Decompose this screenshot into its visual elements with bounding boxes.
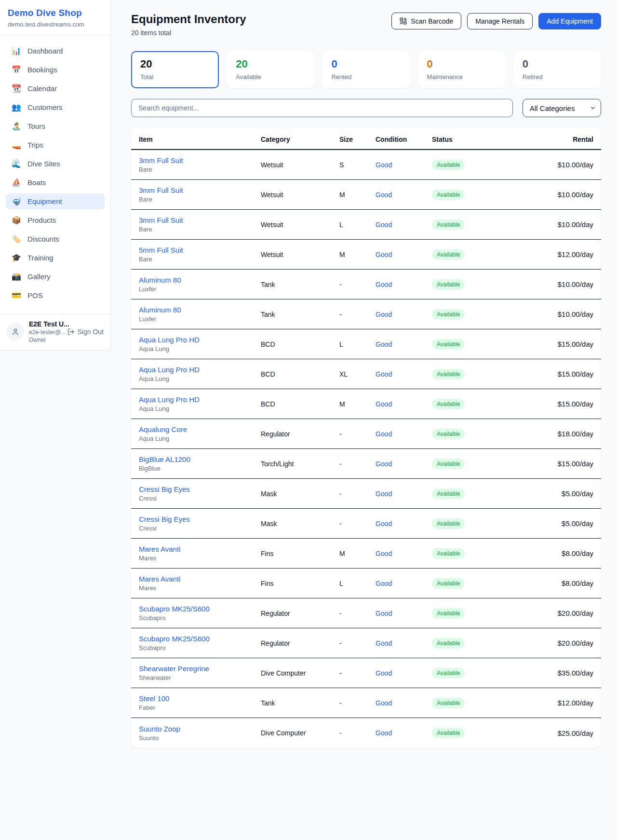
item-name-link[interactable]: Scubapro MK25/S600	[139, 605, 261, 613]
stat-card-maintenance[interactable]: 0Maintenance	[418, 51, 506, 88]
item-brand: Scubapro	[139, 644, 261, 651]
table-row: Aluminum 80LuxferTank-GoodAvailable$10.0…	[131, 270, 601, 299]
category-select[interactable]: All Categories	[523, 99, 601, 117]
item-size: M	[339, 400, 376, 408]
condition-link[interactable]: Good	[376, 639, 392, 647]
sidebar-item-dive-sites[interactable]: 🌊Dive Sites	[6, 156, 105, 172]
condition-link[interactable]: Good	[376, 400, 392, 408]
item-cell: Scubapro MK25/S600Scubapro	[139, 635, 261, 651]
sidebar-item-label: Equipment	[27, 197, 62, 205]
condition-link[interactable]: Good	[376, 490, 392, 498]
condition-link[interactable]: Good	[376, 340, 392, 348]
item-name-link[interactable]: Shearwater Peregrine	[139, 664, 261, 673]
item-name-link[interactable]: BigBlue AL1200	[139, 455, 261, 463]
item-name-link[interactable]: Aluminum 80	[139, 306, 261, 314]
item-name-link[interactable]: Mares Avanti	[139, 545, 261, 553]
status-cell: Available	[432, 219, 513, 230]
item-category: Mask	[261, 490, 339, 498]
condition-link[interactable]: Good	[376, 251, 392, 258]
item-name-link[interactable]: 3mm Full Suit	[139, 216, 261, 224]
rental-price: $12.00/day	[513, 699, 593, 707]
item-name-link[interactable]: 3mm Full Suit	[139, 156, 261, 164]
item-name-link[interactable]: Mares Avanti	[139, 575, 261, 583]
search-input[interactable]	[131, 99, 513, 117]
item-brand: Aqua Lung	[139, 405, 261, 412]
sidebar-item-dashboard[interactable]: 📊Dashboard	[6, 43, 105, 59]
condition-link[interactable]: Good	[376, 311, 392, 318]
table-row: 3mm Full SuitBareWetsuitSGoodAvailable$1…	[131, 150, 601, 180]
status-badge: Available	[432, 369, 465, 379]
item-cell: BigBlue AL1200BigBlue	[139, 455, 261, 472]
status-cell: Available	[432, 399, 513, 409]
condition-link[interactable]: Good	[376, 221, 392, 229]
item-name-link[interactable]: Suunto Zoop	[139, 725, 261, 733]
item-name-link[interactable]: Aqua Lung Pro HD	[139, 336, 261, 344]
condition-link[interactable]: Good	[376, 191, 392, 199]
condition-link[interactable]: Good	[376, 699, 392, 707]
item-category: Tank	[261, 311, 339, 318]
rental-price: $35.00/day	[513, 669, 593, 677]
item-name-link[interactable]: Aluminum 80	[139, 276, 261, 284]
stat-card-retired[interactable]: 0Retired	[513, 51, 601, 88]
item-brand: Mares	[139, 584, 261, 592]
user-email: e2e-tester@...	[29, 329, 62, 336]
condition-link[interactable]: Good	[376, 161, 392, 169]
condition-link[interactable]: Good	[376, 370, 392, 378]
condition-link[interactable]: Good	[376, 580, 392, 587]
item-size: -	[339, 520, 376, 528]
sidebar-item-equipment[interactable]: 🤿Equipment	[6, 193, 105, 209]
column-header-rental: Rental	[513, 128, 593, 149]
condition-link[interactable]: Good	[376, 520, 392, 528]
sidebar-item-gallery[interactable]: 📸Gallery	[6, 269, 105, 285]
condition-link[interactable]: Good	[376, 669, 392, 677]
sidebar-item-products[interactable]: 📦Products	[6, 212, 105, 228]
filters-row: All Categories	[131, 99, 601, 117]
sidebar-item-pos[interactable]: 💳POS	[6, 287, 105, 303]
item-name-link[interactable]: Steel 100	[139, 694, 261, 703]
sidebar-item-label: Bookings	[27, 66, 57, 74]
item-name-link[interactable]: 5mm Full Suit	[139, 246, 261, 254]
brand-name[interactable]: Demo Dive Shop	[8, 8, 101, 18]
sidebar-item-label: Trips	[27, 141, 43, 149]
add-equipment-button[interactable]: Add Equipment	[538, 13, 601, 29]
status-cell: Available	[432, 279, 513, 290]
stat-card-total[interactable]: 20Total	[131, 51, 219, 88]
condition-link[interactable]: Good	[376, 550, 392, 557]
sidebar-item-discounts[interactable]: 🏷️Discounts	[6, 231, 105, 247]
condition-link[interactable]: Good	[376, 460, 392, 468]
item-name-link[interactable]: Aqualung Core	[139, 425, 261, 434]
sidebar-item-bookings[interactable]: 📅Bookings	[6, 62, 105, 78]
item-cell: Aqua Lung Pro HDAqua Lung	[139, 336, 261, 352]
status-badge: Available	[432, 279, 465, 290]
stat-card-rented[interactable]: 0Rented	[322, 51, 410, 88]
trips-icon: 🚤	[12, 141, 21, 149]
sidebar-item-label: Discounts	[27, 235, 59, 243]
sidebar-item-tours[interactable]: 🏝️Tours	[6, 118, 105, 134]
item-name-link[interactable]: Cressi Big Eyes	[139, 485, 261, 493]
condition-link[interactable]: Good	[376, 610, 392, 617]
condition-link[interactable]: Good	[376, 281, 392, 288]
status-cell: Available	[432, 578, 513, 589]
manage-rentals-button[interactable]: Manage Rentals	[467, 13, 533, 29]
sidebar-item-calendar[interactable]: 📆Calendar	[6, 81, 105, 96]
condition-link[interactable]: Good	[376, 729, 392, 737]
condition-link[interactable]: Good	[376, 430, 392, 438]
item-name-link[interactable]: Scubapro MK25/S600	[139, 635, 261, 643]
sidebar-item-boats[interactable]: ⛵Boats	[6, 175, 105, 190]
item-size: -	[339, 311, 376, 318]
sidebar-item-trips[interactable]: 🚤Trips	[6, 137, 105, 153]
table-row: Mares AvantiMaresFinsLGoodAvailable$8.00…	[131, 569, 601, 598]
sidebar-item-customers[interactable]: 👥Customers	[6, 99, 105, 115]
item-name-link[interactable]: 3mm Full Suit	[139, 186, 261, 194]
sign-out-button[interactable]: Sign Out	[67, 328, 104, 336]
item-size: -	[339, 460, 376, 468]
stat-card-available[interactable]: 20Available	[227, 51, 314, 88]
item-name-link[interactable]: Aqua Lung Pro HD	[139, 395, 261, 404]
scan-barcode-button[interactable]: Scan Barcode	[391, 13, 461, 29]
item-name-link[interactable]: Cressi Big Eyes	[139, 515, 261, 523]
scan-barcode-label: Scan Barcode	[411, 18, 453, 25]
stat-value: 20	[236, 58, 305, 70]
item-name-link[interactable]: Aqua Lung Pro HD	[139, 366, 261, 374]
condition-cell: Good	[376, 221, 432, 229]
sidebar-item-training[interactable]: 🎓Training	[6, 250, 105, 266]
